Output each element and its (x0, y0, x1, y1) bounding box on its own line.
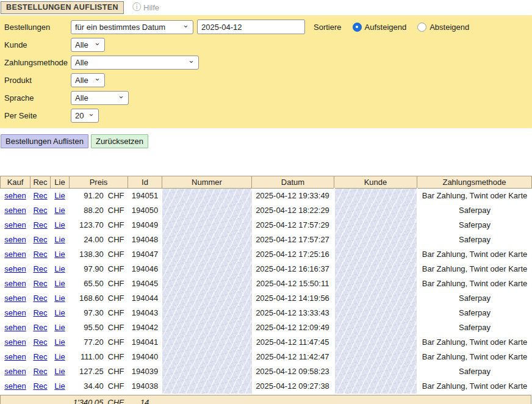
order-count: 14 (128, 398, 162, 404)
table-row: sehen Rec Lie 34.40 CHF 194038 2025-04-1… (1, 379, 532, 394)
datum-cell: 2025-04-12 15:50:11 (252, 276, 334, 291)
view-order-link[interactable]: sehen (4, 381, 26, 391)
per-seite-select[interactable]: 200 ⌄ (71, 109, 99, 123)
receipt-link[interactable]: Rec (33, 294, 47, 303)
produkt-select[interactable]: Alle ⌄ (71, 73, 105, 87)
view-order-link[interactable]: sehen (4, 367, 26, 376)
order-id-cell: 194048 (128, 233, 162, 247)
delivery-link[interactable]: Lie (54, 294, 65, 303)
delivery-link[interactable]: Lie (54, 220, 65, 229)
filter-row-kunde: Kunde Alle ⌄ (0, 37, 532, 52)
col-header-lie[interactable]: Lie (51, 176, 70, 189)
receipt-link[interactable]: Rec (33, 352, 47, 361)
view-order-link[interactable]: sehen (4, 294, 26, 303)
kauf-cell: sehen (1, 276, 31, 291)
price-cell: 97.30 CHF (70, 306, 128, 320)
filter-panel: Bestellungen für ein bestimmtes Datum ⌄ … (0, 15, 532, 128)
table-row: sehen Rec Lie 168.60 CHF 194044 2025-04-… (1, 291, 532, 306)
radio-aufsteigend[interactable] (353, 23, 362, 32)
delivery-link[interactable]: Lie (54, 381, 65, 391)
price-currency: CHF (108, 206, 124, 215)
view-order-link[interactable]: sehen (4, 220, 26, 229)
rec-cell: Rec (31, 320, 51, 335)
kunde-select[interactable]: Alle ⌄ (71, 38, 105, 52)
receipt-link[interactable]: Rec (33, 381, 47, 391)
receipt-link[interactable]: Rec (33, 279, 47, 288)
view-order-link[interactable]: sehen (4, 323, 26, 332)
order-id-cell: 194040 (128, 350, 162, 364)
orders-table: Kauf Rec Lie Preis Id Nummer Datum Kunde… (0, 176, 532, 394)
delivery-link[interactable]: Lie (54, 367, 65, 376)
price-value: 97.90 (84, 264, 104, 273)
kunde-cell-redacted (334, 350, 417, 364)
delivery-link[interactable]: Lie (54, 308, 65, 317)
view-order-link[interactable]: sehen (4, 250, 26, 259)
col-header-preis[interactable]: Preis (70, 176, 128, 189)
rec-cell: Rec (31, 291, 51, 306)
zahlungsmethode-cell: Bar Zahlung, Twint oder Karte (417, 247, 532, 262)
zahlungsmethode-cell: Saferpay (417, 306, 532, 320)
delivery-link[interactable]: Lie (54, 323, 65, 332)
delivery-link[interactable]: Lie (54, 235, 65, 244)
bestellungen-mode-select[interactable]: für ein bestimmtes Datum ⌄ (71, 20, 193, 34)
nummer-cell-redacted (162, 262, 252, 276)
delivery-link[interactable]: Lie (54, 250, 65, 259)
delivery-link[interactable]: Lie (54, 279, 65, 288)
orders-table-section: Kauf Rec Lie Preis Id Nummer Datum Kunde… (0, 176, 532, 404)
col-header-kunde[interactable]: Kunde (334, 176, 417, 189)
date-input[interactable] (197, 20, 305, 34)
receipt-link[interactable]: Rec (33, 337, 47, 347)
delivery-link[interactable]: Lie (54, 206, 65, 215)
receipt-link[interactable]: Rec (33, 191, 47, 200)
zahlungsmethode-select[interactable]: Alle ⌄ (71, 56, 199, 70)
delivery-link[interactable]: Lie (54, 337, 65, 347)
kauf-cell: sehen (1, 218, 31, 233)
receipt-link[interactable]: Rec (33, 206, 47, 215)
lie-cell: Lie (51, 320, 70, 335)
col-header-rec[interactable]: Rec (31, 176, 51, 189)
view-order-link[interactable]: sehen (4, 352, 26, 361)
view-order-link[interactable]: sehen (4, 191, 26, 200)
kunde-label: Kunde (0, 40, 71, 49)
col-header-datum[interactable]: Datum (252, 176, 334, 189)
rec-cell: Rec (31, 379, 51, 394)
col-header-id[interactable]: Id (128, 176, 162, 189)
reset-button[interactable]: Zurücksetzen (91, 134, 148, 148)
help-control[interactable]: ⓘ Hilfe (132, 2, 159, 13)
price-cell: 123.70 CHF (70, 218, 128, 233)
receipt-link[interactable]: Rec (33, 220, 47, 229)
view-order-link[interactable]: sehen (4, 235, 26, 244)
view-order-link[interactable]: sehen (4, 308, 26, 317)
col-header-zahlungsmethode[interactable]: Zahlungsmethode (417, 176, 532, 189)
datum-cell: 2025-04-12 17:57:29 (252, 218, 334, 233)
delivery-link[interactable]: Lie (54, 191, 65, 200)
order-id-cell: 194051 (128, 189, 162, 203)
datum-cell: 2025-04-12 11:42:47 (252, 350, 334, 364)
price-value: 168.60 (79, 294, 104, 303)
price-value: 138.30 (79, 250, 104, 259)
receipt-link[interactable]: Rec (33, 235, 47, 244)
view-order-link[interactable]: sehen (4, 279, 26, 288)
view-order-link[interactable]: sehen (4, 337, 26, 347)
rec-cell: Rec (31, 218, 51, 233)
view-order-link[interactable]: sehen (4, 206, 26, 215)
kunde-cell-redacted (334, 189, 417, 203)
receipt-link[interactable]: Rec (33, 250, 47, 259)
lie-cell: Lie (51, 203, 70, 218)
receipt-link[interactable]: Rec (33, 323, 47, 332)
list-orders-button[interactable]: Bestellungen Auflisten (1, 134, 88, 148)
receipt-link[interactable]: Rec (33, 308, 47, 317)
col-header-nummer[interactable]: Nummer (162, 176, 252, 189)
delivery-link[interactable]: Lie (54, 264, 65, 273)
radio-absteigend[interactable] (417, 23, 426, 32)
nummer-cell-redacted (162, 320, 252, 335)
col-header-kauf[interactable]: Kauf (1, 176, 31, 189)
page-title-button[interactable]: BESTELLUNGEN AUFLISTEN (1, 1, 124, 14)
price-currency: CHF (108, 352, 124, 361)
receipt-link[interactable]: Rec (33, 264, 47, 273)
delivery-link[interactable]: Lie (54, 352, 65, 361)
view-order-link[interactable]: sehen (4, 264, 26, 273)
order-id-cell: 194043 (128, 306, 162, 320)
sprache-select[interactable]: Alle ⌄ (71, 91, 129, 105)
receipt-link[interactable]: Rec (33, 367, 47, 376)
